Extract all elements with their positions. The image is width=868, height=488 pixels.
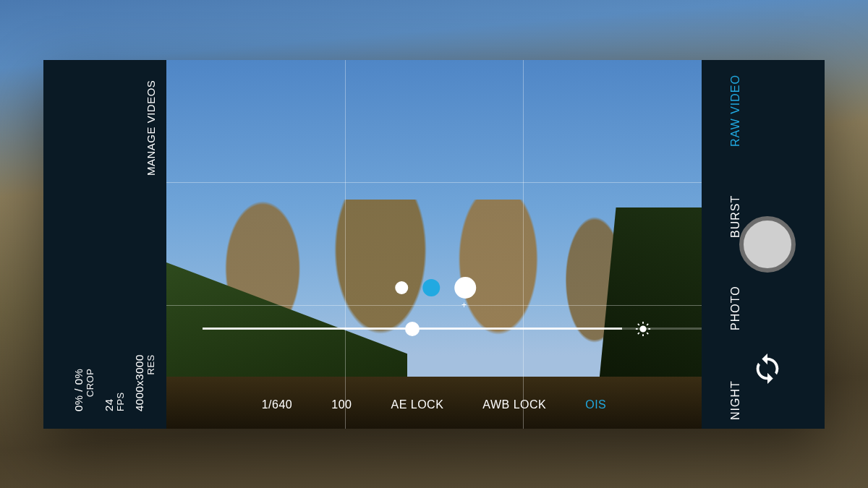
fps-value: 24	[103, 392, 115, 411]
ae-lock-button[interactable]: AE LOCK	[391, 398, 443, 411]
crop-indicator[interactable]: 0% / 0% CROP	[72, 368, 95, 411]
left-rail: 0% / 0% CROP 24 FPS 4000x3000 RES MANAGE…	[43, 60, 166, 429]
exposure-track[interactable]	[203, 328, 622, 330]
right-rail: NIGHT PHOTO BURST RAW VIDEO	[702, 60, 825, 429]
fps-indicator[interactable]: 24 FPS	[103, 392, 126, 411]
mode-night[interactable]: NIGHT	[729, 380, 742, 420]
viewfinder[interactable]: + 1/640 100 AE LOCK AWB LOCK OIS	[166, 60, 702, 429]
manual-controls-toolbar: 1/640 100 AE LOCK AWB LOCK OIS	[166, 398, 702, 411]
crop-label: CROP	[85, 368, 95, 411]
exposure-thumb[interactable]	[405, 322, 420, 336]
lens-main-button[interactable]	[422, 279, 440, 296]
manage-videos-button[interactable]: MANAGE VIDEOS	[145, 80, 157, 175]
resolution-value: 4000x3000	[133, 354, 145, 411]
shutter-speed-button[interactable]: 1/640	[262, 398, 293, 411]
switch-camera-button[interactable]	[751, 352, 784, 385]
resolution-indicator[interactable]: 4000x3000 RES	[133, 354, 156, 411]
svg-line-5	[638, 323, 639, 325]
mode-photo[interactable]: PHOTO	[729, 286, 742, 330]
svg-line-8	[647, 323, 648, 325]
viewfinder-scene	[166, 60, 702, 429]
svg-line-7	[638, 333, 639, 334]
awb-lock-button[interactable]: AWB LOCK	[482, 398, 546, 411]
camera-app: 0% / 0% CROP 24 FPS 4000x3000 RES MANAGE…	[43, 60, 825, 429]
iso-button[interactable]: 100	[331, 398, 352, 411]
lens-tele-button[interactable]	[454, 277, 476, 299]
resolution-label: RES	[145, 354, 156, 411]
mode-raw-video[interactable]: RAW VIDEO	[729, 74, 742, 147]
manage-videos-label: MANAGE VIDEOS	[145, 80, 157, 175]
mode-burst[interactable]: BURST	[729, 194, 742, 237]
lens-selector	[395, 277, 476, 299]
exposure-slider[interactable]	[203, 319, 651, 339]
svg-line-6	[647, 333, 648, 334]
crop-value: 0% / 0%	[72, 368, 85, 411]
lens-wide-button[interactable]	[395, 281, 408, 294]
lens-add-icon: +	[461, 300, 467, 310]
ois-button[interactable]: OIS	[585, 398, 606, 411]
shutter-button[interactable]	[739, 216, 796, 273]
fps-label: FPS	[115, 392, 126, 411]
